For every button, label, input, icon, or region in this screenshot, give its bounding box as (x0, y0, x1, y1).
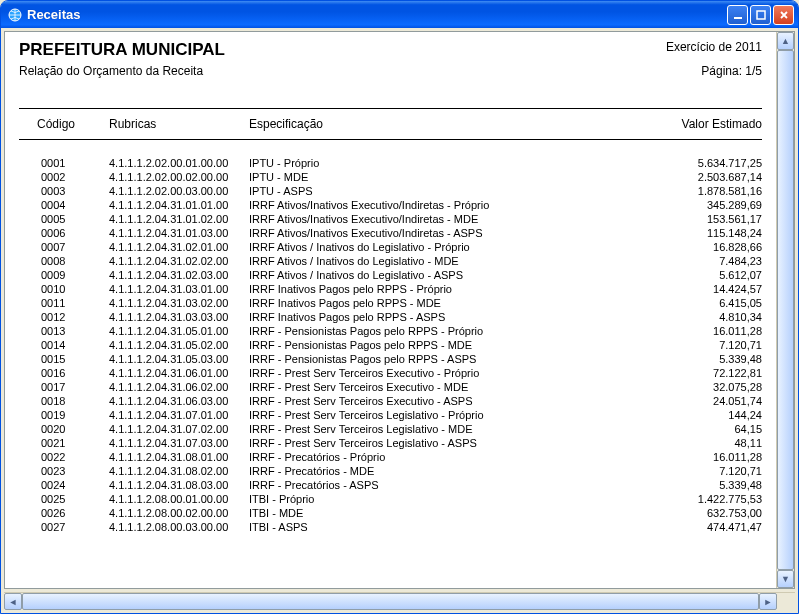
cell-codigo: 0027 (19, 520, 109, 534)
cell-espec: IRRF - Prest Serv Terceiros Executivo - … (249, 380, 642, 394)
cell-codigo: 0006 (19, 226, 109, 240)
cell-rubrica: 4.1.1.1.2.08.00.02.00.00 (109, 506, 249, 520)
scroll-down-button[interactable]: ▼ (777, 570, 794, 588)
table-row: 00214.1.1.1.2.04.31.07.03.00IRRF - Prest… (19, 436, 762, 450)
scroll-right-button[interactable]: ► (759, 593, 777, 610)
cell-espec: IRRF Ativos/Inativos Executivo/Indiretas… (249, 198, 642, 212)
cell-espec: IRRF Ativos/Inativos Executivo/Indiretas… (249, 226, 642, 240)
cell-rubrica: 4.1.1.1.2.04.31.02.01.00 (109, 240, 249, 254)
cell-valor: 7.484,23 (642, 254, 762, 268)
cell-espec: IRRF Inativos Pagos pelo RPPS - Próprio (249, 282, 642, 296)
cell-rubrica: 4.1.1.1.2.04.31.07.01.00 (109, 408, 249, 422)
cell-valor: 16.011,28 (642, 324, 762, 338)
col-header-codigo: Código (19, 117, 109, 131)
table-row: 00014.1.1.1.2.02.00.01.00.00IPTU - Própr… (19, 156, 762, 170)
cell-codigo: 0004 (19, 198, 109, 212)
table-row: 00234.1.1.1.2.04.31.08.02.00IRRF - Preca… (19, 464, 762, 478)
cell-codigo: 0005 (19, 212, 109, 226)
cell-codigo: 0026 (19, 506, 109, 520)
scroll-up-button[interactable]: ▲ (777, 32, 794, 50)
vertical-scroll-track[interactable] (777, 50, 794, 570)
cell-espec: IRRF - Prest Serv Terceiros Legislativo … (249, 408, 642, 422)
maximize-button[interactable] (750, 5, 771, 25)
scroll-left-button[interactable]: ◄ (4, 593, 22, 610)
cell-espec: IRRF - Pensionistas Pagos pelo RPPS - MD… (249, 338, 642, 352)
cell-valor: 5.339,48 (642, 352, 762, 366)
cell-espec: IRRF - Pensionistas Pagos pelo RPPS - AS… (249, 352, 642, 366)
app-icon (7, 7, 23, 23)
cell-codigo: 0025 (19, 492, 109, 506)
cell-codigo: 0015 (19, 352, 109, 366)
cell-espec: IRRF - Prest Serv Terceiros Legislativo … (249, 436, 642, 450)
cell-valor: 32.075,28 (642, 380, 762, 394)
cell-codigo: 0008 (19, 254, 109, 268)
cell-rubrica: 4.1.1.1.2.04.31.08.01.00 (109, 450, 249, 464)
cell-rubrica: 4.1.1.1.2.04.31.06.01.00 (109, 366, 249, 380)
report-page: Página: 1/5 (666, 64, 762, 78)
svg-rect-2 (757, 11, 765, 19)
horizontal-scroll-thumb[interactable] (22, 593, 759, 610)
vertical-scroll-thumb[interactable] (777, 50, 794, 570)
col-header-rubricas: Rubricas (109, 117, 249, 131)
window-buttons (727, 5, 794, 25)
cell-rubrica: 4.1.1.1.2.04.31.01.01.00 (109, 198, 249, 212)
cell-rubrica: 4.1.1.1.2.04.31.02.03.00 (109, 268, 249, 282)
titlebar[interactable]: Receitas (1, 1, 798, 28)
document-content: PREFEITURA MUNICIPAL Relação do Orçament… (5, 32, 776, 588)
table-row: 00164.1.1.1.2.04.31.06.01.00IRRF - Prest… (19, 366, 762, 380)
cell-rubrica: 4.1.1.1.2.04.31.06.02.00 (109, 380, 249, 394)
table-row: 00264.1.1.1.2.08.00.02.00.00ITBI - MDE63… (19, 506, 762, 520)
table-row: 00244.1.1.1.2.04.31.08.03.00IRRF - Preca… (19, 478, 762, 492)
cell-codigo: 0011 (19, 296, 109, 310)
column-headers: Código Rubricas Especificação Valor Esti… (19, 109, 762, 139)
table-row: 00204.1.1.1.2.04.31.07.02.00IRRF - Prest… (19, 422, 762, 436)
cell-espec: IRRF - Pensionistas Pagos pelo RPPS - Pr… (249, 324, 642, 338)
cell-rubrica: 4.1.1.1.2.04.31.02.02.00 (109, 254, 249, 268)
cell-valor: 16.828,66 (642, 240, 762, 254)
window-title: Receitas (27, 7, 727, 22)
cell-codigo: 0024 (19, 478, 109, 492)
cell-valor: 153.561,17 (642, 212, 762, 226)
close-button[interactable] (773, 5, 794, 25)
cell-rubrica: 4.1.1.1.2.04.31.03.02.00 (109, 296, 249, 310)
cell-rubrica: 4.1.1.1.2.04.31.08.03.00 (109, 478, 249, 492)
cell-espec: IPTU - MDE (249, 170, 642, 184)
cell-rubrica: 4.1.1.1.2.04.31.01.02.00 (109, 212, 249, 226)
table-row: 00094.1.1.1.2.04.31.02.03.00IRRF Ativos … (19, 268, 762, 282)
cell-valor: 5.612,07 (642, 268, 762, 282)
cell-espec: IRRF - Precatórios - ASPS (249, 478, 642, 492)
table-row: 00024.1.1.1.2.02.00.02.00.00IPTU - MDE2.… (19, 170, 762, 184)
cell-valor: 5.634.717,25 (642, 156, 762, 170)
report-header: PREFEITURA MUNICIPAL Relação do Orçament… (19, 40, 762, 78)
cell-espec: IRRF - Precatórios - Próprio (249, 450, 642, 464)
cell-rubrica: 4.1.1.1.2.04.31.05.03.00 (109, 352, 249, 366)
table-row: 00154.1.1.1.2.04.31.05.03.00IRRF - Pensi… (19, 352, 762, 366)
cell-codigo: 0021 (19, 436, 109, 450)
table-row: 00034.1.1.1.2.02.00.03.00.00IPTU - ASPS1… (19, 184, 762, 198)
vertical-scrollbar[interactable]: ▲ ▼ (776, 32, 794, 588)
cell-rubrica: 4.1.1.1.2.08.00.03.00.00 (109, 520, 249, 534)
minimize-button[interactable] (727, 5, 748, 25)
cell-codigo: 0018 (19, 394, 109, 408)
horizontal-scroll-track[interactable] (22, 593, 759, 610)
table-row: 00124.1.1.1.2.04.31.03.03.00IRRF Inativo… (19, 310, 762, 324)
cell-codigo: 0003 (19, 184, 109, 198)
cell-valor: 24.051,74 (642, 394, 762, 408)
table-row: 00194.1.1.1.2.04.31.07.01.00IRRF - Prest… (19, 408, 762, 422)
cell-espec: IPTU - ASPS (249, 184, 642, 198)
horizontal-scrollbar[interactable]: ◄ ► (4, 592, 795, 610)
report-org: PREFEITURA MUNICIPAL (19, 40, 225, 60)
table-row: 00114.1.1.1.2.04.31.03.02.00IRRF Inativo… (19, 296, 762, 310)
table-row: 00104.1.1.1.2.04.31.03.01.00IRRF Inativo… (19, 282, 762, 296)
cell-espec: IRRF Ativos/Inativos Executivo/Indiretas… (249, 212, 642, 226)
cell-rubrica: 4.1.1.1.2.02.00.02.00.00 (109, 170, 249, 184)
cell-codigo: 0023 (19, 464, 109, 478)
cell-rubrica: 4.1.1.1.2.02.00.01.00.00 (109, 156, 249, 170)
scrollbar-corner (777, 593, 795, 611)
cell-rubrica: 4.1.1.1.2.02.00.03.00.00 (109, 184, 249, 198)
cell-codigo: 0001 (19, 156, 109, 170)
cell-codigo: 0020 (19, 422, 109, 436)
report-subtitle: Relação do Orçamento da Receita (19, 64, 225, 78)
cell-codigo: 0016 (19, 366, 109, 380)
table-row: 00044.1.1.1.2.04.31.01.01.00IRRF Ativos/… (19, 198, 762, 212)
